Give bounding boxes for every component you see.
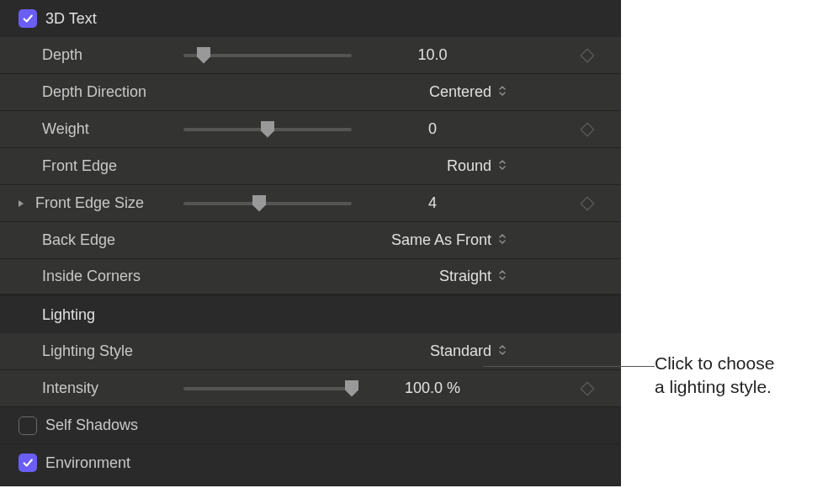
- keyframe-icon[interactable]: [581, 196, 595, 210]
- section-title-3d-text: 3D Text: [45, 10, 604, 28]
- slider-front-edge-size[interactable]: [183, 195, 352, 212]
- row-self-shadows: Self Shadows: [0, 407, 621, 444]
- value-depth-direction: Centered: [429, 83, 491, 101]
- row-lighting-style: Lighting Style Standard: [0, 333, 621, 370]
- section-header-lighting: Lighting: [0, 296, 621, 333]
- callout-annotation: Click to choose a lighting style.: [621, 0, 774, 486]
- label-environment: Environment: [45, 454, 604, 472]
- value-front-edge: Round: [447, 157, 491, 175]
- value-intensity[interactable]: 100.0 %: [357, 379, 508, 397]
- label-self-shadows: Self Shadows: [45, 416, 604, 434]
- value-inside-corners: Straight: [439, 268, 491, 285]
- label-depth: Depth: [42, 46, 183, 64]
- keyframe-icon[interactable]: [581, 48, 595, 62]
- label-weight: Weight: [42, 120, 183, 138]
- value-back-edge: Same As Front: [391, 231, 491, 249]
- popup-inside-corners[interactable]: Straight: [357, 268, 508, 285]
- value-front-edge-size[interactable]: 4: [357, 194, 508, 212]
- value-depth[interactable]: 10.0: [357, 46, 508, 64]
- row-inside-corners: Inside Corners Straight: [0, 259, 621, 296]
- chevron-updown-icon: [498, 231, 508, 249]
- row-weight: Weight 0: [0, 111, 621, 148]
- slider-weight[interactable]: [183, 121, 352, 138]
- section-title-lighting: Lighting: [42, 306, 183, 324]
- chevron-updown-icon: [498, 157, 508, 175]
- row-intensity: Intensity 100.0 %: [0, 370, 621, 407]
- checkbox-self-shadows[interactable]: [19, 416, 37, 435]
- label-front-edge-size: Front Edge Size: [35, 194, 183, 212]
- popup-lighting-style[interactable]: Standard: [357, 342, 508, 360]
- keyframe-icon[interactable]: [581, 122, 595, 136]
- label-back-edge: Back Edge: [42, 231, 183, 249]
- value-lighting-style: Standard: [430, 342, 491, 360]
- disclosure-triangle-icon[interactable]: [17, 199, 29, 209]
- label-lighting-style: Lighting Style: [42, 342, 183, 360]
- popup-back-edge[interactable]: Same As Front: [357, 231, 508, 249]
- callout-text-line1: Click to choose: [655, 352, 774, 375]
- label-front-edge: Front Edge: [42, 157, 183, 175]
- row-depth-direction: Depth Direction Centered: [0, 74, 621, 111]
- popup-depth-direction[interactable]: Centered: [357, 83, 508, 101]
- keyframe-icon[interactable]: [581, 381, 595, 395]
- label-inside-corners: Inside Corners: [42, 268, 183, 285]
- label-depth-direction: Depth Direction: [42, 83, 183, 101]
- chevron-updown-icon: [498, 342, 508, 360]
- chevron-updown-icon: [498, 83, 508, 101]
- section-header-3d-text: 3D Text: [0, 0, 621, 37]
- popup-front-edge[interactable]: Round: [357, 157, 508, 175]
- callout-leader-line: [483, 366, 655, 367]
- row-depth: Depth 10.0: [0, 37, 621, 74]
- value-weight[interactable]: 0: [357, 120, 508, 138]
- row-back-edge: Back Edge Same As Front: [0, 222, 621, 259]
- label-intensity: Intensity: [42, 379, 183, 397]
- slider-depth[interactable]: [183, 47, 352, 64]
- row-front-edge: Front Edge Round: [0, 148, 621, 185]
- checkbox-3d-text[interactable]: [19, 9, 37, 28]
- checkbox-environment[interactable]: [19, 454, 37, 472]
- callout-text-line2: a lighting style.: [655, 375, 774, 399]
- row-front-edge-size: Front Edge Size 4: [0, 185, 621, 222]
- slider-intensity[interactable]: [183, 380, 352, 397]
- inspector-3d-text-panel: 3D Text Depth 10.0 Depth Direction Cente…: [0, 0, 621, 486]
- chevron-updown-icon: [498, 268, 508, 285]
- row-environment: Environment: [0, 444, 621, 481]
